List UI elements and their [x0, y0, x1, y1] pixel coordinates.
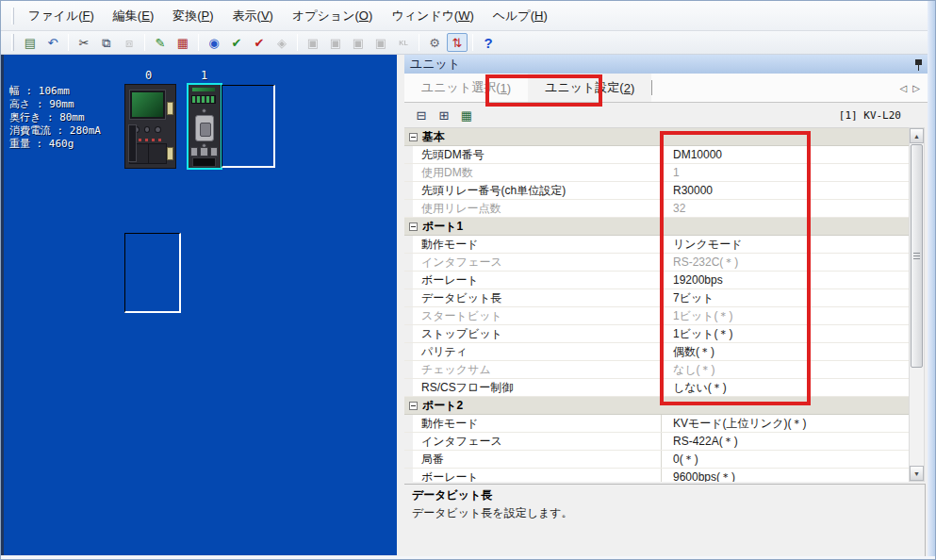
property-name[interactable]: ボーレート: [413, 469, 662, 482]
scroll-down-icon[interactable]: ▼: [910, 466, 924, 481]
property-name[interactable]: 先頭リレー番号(ch単位設定): [413, 182, 662, 199]
table-row[interactable]: スタートビット1ビット(＊): [404, 307, 909, 325]
property-name[interactable]: RS/CSフロー制御: [413, 379, 662, 396]
tab-separator: [651, 80, 652, 95]
import-unit-icon[interactable]: ▤: [20, 33, 41, 52]
property-name[interactable]: インタフェース: [413, 254, 662, 271]
terminal-block: [192, 157, 216, 167]
table-row[interactable]: ボーレート9600bps(＊): [404, 469, 909, 482]
property-value[interactable]: 0(＊): [662, 451, 909, 468]
grid-section-header-1[interactable]: ポート1: [404, 218, 909, 236]
property-value[interactable]: しない(＊): [662, 379, 909, 396]
table-row[interactable]: ボーレート19200bps: [404, 272, 909, 289]
scrollbar-thumb[interactable]: [911, 144, 923, 368]
table-row[interactable]: パリティ偶数(＊): [404, 343, 909, 361]
property-value[interactable]: リンクモード: [662, 236, 909, 253]
property-name[interactable]: インタフェース: [413, 433, 662, 450]
undo-icon[interactable]: ↶: [42, 33, 63, 52]
dm-rly-assign-icon[interactable]: ◉: [204, 33, 224, 52]
collapse-toggle-icon[interactable]: [409, 222, 418, 231]
table-row[interactable]: 先頭リレー番号(ch単位設定)R30000: [404, 182, 909, 200]
cpu-unit-graphic[interactable]: [124, 84, 176, 169]
setup-wrench-icon[interactable]: ⚙: [424, 33, 445, 52]
table-row[interactable]: インタフェースRS-232C(＊): [404, 254, 909, 272]
row-indent: [404, 451, 413, 468]
dm-rly-check-icon[interactable]: ✔: [226, 33, 247, 52]
grid-scrollbar[interactable]: ▲ ▼: [909, 127, 925, 482]
cut-icon[interactable]: ✂: [74, 33, 94, 52]
tab-scroll-left-icon[interactable]: ◁: [900, 83, 908, 93]
edit-memo-icon[interactable]: ✎: [150, 33, 171, 52]
menu-item-3[interactable]: 表示(V): [223, 4, 283, 28]
property-name[interactable]: 局番: [413, 451, 662, 468]
table-row[interactable]: 局番0(＊): [404, 451, 909, 469]
collapse-toggle-icon[interactable]: [409, 133, 418, 141]
property-value[interactable]: 7ビット: [662, 289, 909, 306]
menu-item-4[interactable]: オプション(O): [283, 4, 382, 28]
select-unit-icon[interactable]: ▦: [457, 107, 476, 124]
empty-unit-slot[interactable]: [124, 233, 181, 313]
grid-section-header-2[interactable]: ポート2: [404, 397, 909, 415]
kl-monitor-icon: KL: [393, 33, 414, 52]
property-value[interactable]: 1ビット(＊): [662, 307, 909, 324]
property-name[interactable]: ボーレート: [413, 272, 662, 288]
pin-icon[interactable]: [913, 58, 924, 71]
tab-unit-select[interactable]: ユニット選択(1): [404, 74, 528, 102]
property-value[interactable]: 偶数(＊): [662, 343, 909, 360]
menu-item-1[interactable]: 編集(E): [104, 4, 163, 28]
dm-rly-verify-icon[interactable]: ✔: [249, 33, 270, 52]
copy-icon[interactable]: ⧉: [96, 33, 117, 52]
unit-editor-canvas[interactable]: 幅 : 106mm高さ : 90mm奥行き : 80mm消費電流 : 280mA…: [1, 55, 397, 555]
property-grid: 基本先頭DM番号DM10000使用DM数1先頭リレー番号(ch単位設定)R300…: [404, 127, 909, 482]
property-value[interactable]: 32: [662, 200, 909, 217]
menu-item-0[interactable]: ファイル(F): [19, 4, 104, 28]
property-name[interactable]: スタートビット: [413, 307, 662, 324]
property-value[interactable]: DM10000: [662, 146, 909, 163]
table-row[interactable]: ストップビット1ビット(＊): [404, 325, 909, 343]
kv-l20-unit-graphic-selected[interactable]: [187, 83, 222, 170]
property-value[interactable]: KVモード(上位リンク)(＊): [662, 415, 909, 432]
property-name[interactable]: 動作モード: [413, 415, 662, 432]
scroll-up-icon[interactable]: ▲: [910, 128, 924, 143]
collapse-all-icon[interactable]: ⊟: [412, 107, 431, 124]
empty-unit-slot[interactable]: [222, 85, 275, 168]
table-row[interactable]: 使用リレー点数32: [404, 200, 909, 218]
property-name[interactable]: データビット長: [413, 289, 662, 306]
property-value[interactable]: 1ビット(＊): [662, 325, 909, 342]
menu-item-6[interactable]: ヘルプ(H): [484, 4, 557, 28]
property-value[interactable]: RS-232C(＊): [662, 254, 909, 271]
table-row[interactable]: RS/CSフロー制御しない(＊): [404, 379, 909, 397]
table-row[interactable]: データビット長7ビット: [404, 289, 909, 307]
property-name[interactable]: 動作モード: [413, 236, 662, 253]
table-row[interactable]: チェックサムなし(＊): [404, 361, 909, 379]
property-name[interactable]: 使用DM数: [413, 164, 662, 181]
toolbar-gripper[interactable]: [11, 8, 14, 25]
menu-item-2[interactable]: 変換(P): [163, 4, 222, 28]
property-name[interactable]: ストップビット: [413, 325, 662, 342]
property-value[interactable]: なし(＊): [662, 361, 909, 378]
property-value[interactable]: 1: [662, 164, 909, 181]
expand-all-icon[interactable]: ⊞: [435, 107, 453, 124]
table-row[interactable]: インタフェースRS-422A(＊): [404, 433, 909, 451]
table-row[interactable]: 先頭DM番号DM10000: [404, 146, 909, 164]
unit-editor-icon[interactable]: ▦: [172, 33, 193, 52]
property-name[interactable]: チェックサム: [413, 361, 662, 378]
property-name[interactable]: 先頭DM番号: [413, 146, 662, 163]
property-value[interactable]: R30000: [662, 182, 909, 199]
menu-item-5[interactable]: ウィンドウ(W): [382, 4, 483, 28]
property-value[interactable]: 9600bps(＊): [662, 469, 909, 482]
table-row[interactable]: 使用DM数1: [404, 164, 909, 182]
toolbar-gripper[interactable]: [11, 34, 14, 51]
collapse-toggle-icon[interactable]: [409, 402, 418, 410]
help-icon[interactable]: ?: [478, 33, 499, 52]
tab-unit-setting[interactable]: ユニット設定(2): [528, 74, 651, 102]
grid-section-header-0[interactable]: 基本: [404, 128, 909, 146]
table-row[interactable]: 動作モードKVモード(上位リンク)(＊): [404, 415, 909, 433]
property-name[interactable]: パリティ: [413, 343, 662, 360]
property-value[interactable]: 19200bps: [662, 272, 909, 288]
tab-scroll-right-icon[interactable]: ▷: [912, 83, 920, 93]
transfer-monitor-icon[interactable]: ⇅: [447, 33, 468, 52]
property-name[interactable]: 使用リレー点数: [413, 200, 662, 217]
property-value[interactable]: RS-422A(＊): [662, 433, 909, 450]
table-row[interactable]: 動作モードリンクモード: [404, 236, 909, 254]
